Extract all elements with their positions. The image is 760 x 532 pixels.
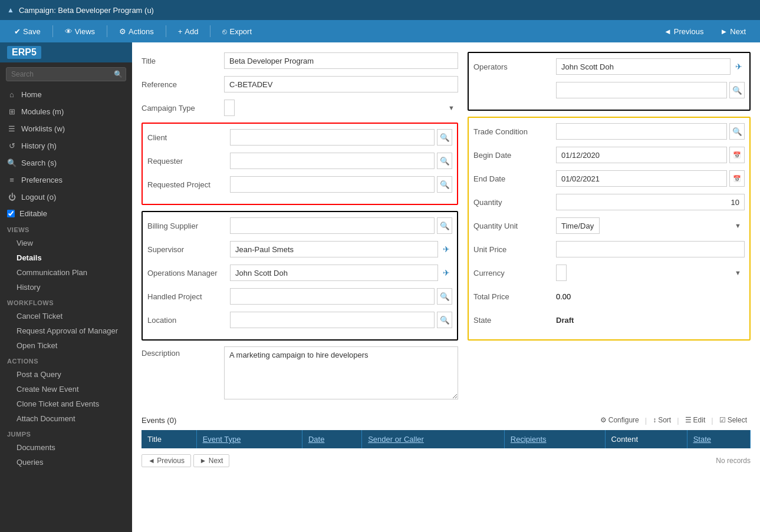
handled-project-input[interactable] [230, 288, 435, 305]
sidebar-item-attach-document[interactable]: Attach Document [0, 411, 132, 426]
begin-date-calendar-button[interactable]: 📅 [729, 147, 745, 163]
sidebar-item-home[interactable]: ⌂ Home [0, 86, 132, 103]
separator [52, 25, 53, 37]
sidebar-item-post-query[interactable]: Post a Query [0, 367, 132, 382]
sidebar-item-history-view[interactable]: History [0, 280, 132, 295]
sidebar-item-communication-plan[interactable]: Communication Plan [0, 265, 132, 280]
operations-manager-input[interactable] [230, 265, 438, 281]
trade-condition-search-button[interactable]: 🔍 [729, 123, 745, 140]
content-area: Title Reference Campaign Type [132, 42, 760, 532]
state-row: State Draft [473, 311, 745, 329]
sidebar-item-open-ticket[interactable]: Open Ticket [0, 338, 132, 353]
sidebar-item-worklists[interactable]: ☰ Worklists (w) [0, 120, 132, 137]
col-date[interactable]: Date [302, 430, 361, 448]
next-button[interactable]: ► Next [713, 24, 753, 39]
editable-checkbox[interactable] [7, 210, 15, 217]
sidebar-item-create-event[interactable]: Create New Event [0, 382, 132, 396]
sidebar-item-history[interactable]: ↺ History (h) [0, 137, 132, 154]
quantity-unit-select[interactable]: Time/Day [556, 217, 600, 234]
total-price-display: 0.00 [556, 292, 571, 301]
events-header: Events (0) ⚙ Configure | ↕ Sort | ☰ Edit… [142, 415, 751, 425]
arrow-up-icon: ▲ [7, 6, 14, 14]
description-textarea[interactable]: A marketing campaign to hire developers [224, 346, 458, 399]
campaign-type-select[interactable] [224, 100, 235, 116]
reference-row: Reference [142, 75, 458, 93]
operators-search-button[interactable]: 🔍 [729, 82, 745, 98]
add-button[interactable]: + Add [171, 24, 206, 39]
supervisor-clear-button[interactable]: ✈ [440, 243, 452, 255]
begin-date-input[interactable] [556, 147, 727, 163]
client-input[interactable] [230, 129, 435, 146]
table-pagination: ◄ Previous ► Next No records [142, 452, 751, 470]
modules-icon: ⊞ [7, 107, 17, 116]
select-icon: ☑ [719, 416, 726, 424]
col-sender[interactable]: Sender or Caller [362, 430, 505, 448]
sidebar-item-search[interactable]: 🔍 Search (s) [0, 154, 132, 171]
table-next-button[interactable]: ► Next [193, 454, 230, 467]
search-icon: 🔍 [114, 70, 123, 78]
operators-search-input[interactable] [556, 82, 727, 98]
reference-input[interactable] [224, 76, 458, 92]
unit-price-input[interactable] [556, 241, 745, 257]
quantity-unit-select-wrapper: Time/Day ▼ [556, 217, 745, 234]
location-row: Location 🔍 [147, 311, 452, 329]
sort-button[interactable]: ↕ Sort [649, 415, 675, 425]
requester-input[interactable] [230, 153, 435, 169]
sidebar-item-clone-ticket[interactable]: Clone Ticket and Events [0, 396, 132, 411]
client-search-button[interactable]: 🔍 [437, 129, 452, 146]
search-input[interactable] [6, 67, 126, 81]
title-input[interactable] [224, 52, 458, 69]
quantity-input[interactable] [556, 194, 745, 210]
actions-button[interactable]: ⚙ Actions [112, 24, 161, 39]
edit-icon: ☰ [685, 416, 692, 424]
sidebar-item-logout[interactable]: ⏻ Logout (o) [0, 189, 132, 206]
sidebar-item-view[interactable]: View [0, 236, 132, 250]
configure-button[interactable]: ⚙ Configure [597, 415, 643, 425]
sidebar-item-modules[interactable]: ⊞ Modules (m) [0, 103, 132, 120]
requested-project-search-button[interactable]: 🔍 [437, 176, 452, 193]
sidebar-item-documents[interactable]: Documents [0, 440, 132, 455]
end-date-calendar-button[interactable]: 📅 [729, 170, 745, 187]
col-state[interactable]: State [687, 430, 750, 448]
campaign-type-select-wrapper: ▼ [224, 100, 458, 116]
requester-row: Requester 🔍 [147, 152, 452, 170]
save-button[interactable]: ✔ Save [7, 24, 48, 39]
views-button[interactable]: 👁 Views [58, 24, 102, 39]
sidebar-item-queries[interactable]: Queries [0, 455, 132, 470]
select-button[interactable]: ☑ Select [716, 415, 751, 425]
sidebar-item-request-approval[interactable]: Request Approval of Manager [0, 323, 132, 338]
unit-price-label: Unit Price [473, 245, 556, 254]
toolbar: ✔ Save 👁 Views ⚙ Actions + Add ⎋ Export … [0, 20, 760, 42]
sidebar-item-preferences[interactable]: ≡ Preferences [0, 171, 132, 189]
trade-condition-input[interactable] [556, 123, 727, 140]
currency-select[interactable] [556, 265, 567, 281]
operators-clear-button[interactable]: ✈ [733, 61, 745, 72]
col-content: Content [605, 430, 687, 448]
quantity-unit-label: Quantity Unit [473, 222, 556, 230]
operations-manager-label: Operations Manager [147, 269, 230, 277]
quantity-unit-row: Quantity Unit Time/Day ▼ [473, 217, 745, 234]
requester-search-button[interactable]: 🔍 [437, 153, 452, 169]
location-search-button[interactable]: 🔍 [437, 312, 452, 328]
editable-checkbox-item[interactable]: Editable [0, 206, 132, 222]
description-label: Description [142, 346, 224, 358]
sidebar-item-cancel-ticket[interactable]: Cancel Ticket [0, 309, 132, 323]
previous-button[interactable]: ◄ Previous [657, 24, 710, 39]
end-date-input[interactable] [556, 170, 727, 187]
plus-icon: + [178, 27, 183, 36]
edit-button[interactable]: ☰ Edit [682, 415, 709, 425]
col-event-type[interactable]: Event Type [196, 430, 302, 448]
supervisor-input[interactable] [230, 241, 438, 257]
billing-supplier-search-button[interactable]: 🔍 [437, 217, 452, 234]
export-button[interactable]: ⎋ Export [215, 24, 259, 39]
operations-manager-clear-button[interactable]: ✈ [440, 267, 452, 279]
billing-section: Billing Supplier 🔍 Supervisor ✈ [142, 211, 458, 341]
billing-supplier-input[interactable] [230, 217, 435, 234]
table-previous-button[interactable]: ◄ Previous [142, 454, 191, 467]
col-recipients[interactable]: Recipients [504, 430, 605, 448]
operators-input[interactable] [556, 58, 731, 75]
location-input[interactable] [230, 312, 435, 328]
requested-project-input[interactable] [230, 176, 435, 193]
handled-project-search-button[interactable]: 🔍 [437, 288, 452, 305]
sidebar-item-details[interactable]: Details [0, 250, 132, 265]
